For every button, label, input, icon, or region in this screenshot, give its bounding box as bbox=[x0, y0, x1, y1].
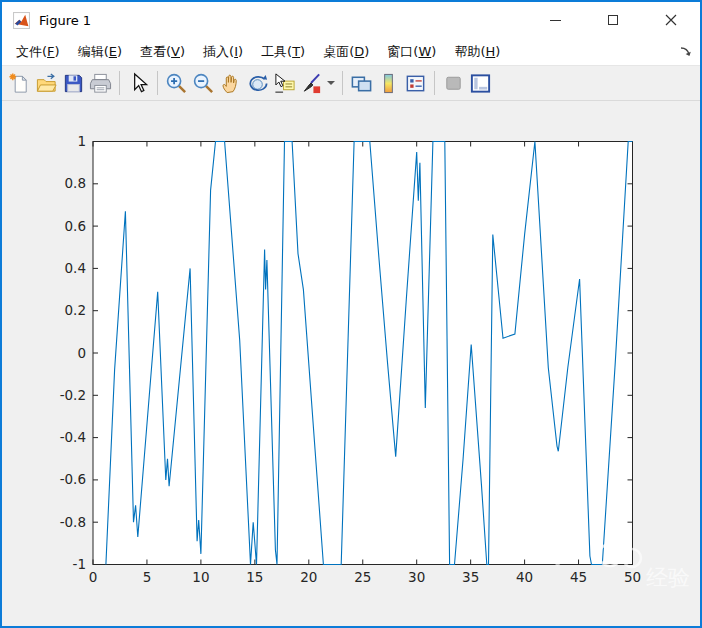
edit-plot-button[interactable] bbox=[125, 70, 152, 97]
new-figure-button[interactable] bbox=[6, 70, 33, 97]
x-tick-label: 25 bbox=[354, 569, 371, 585]
y-tick-label: 1 bbox=[77, 133, 86, 149]
edit-plot-cursor-icon bbox=[127, 72, 150, 95]
zoom-in-button[interactable] bbox=[163, 70, 190, 97]
x-tick-label: 40 bbox=[516, 569, 533, 585]
y-tick-label: -0.8 bbox=[60, 514, 86, 530]
title-bar: Figure 1 bbox=[2, 2, 700, 38]
window-controls bbox=[526, 2, 700, 38]
matlab-logo-icon bbox=[13, 12, 30, 29]
maximize-button[interactable] bbox=[584, 2, 642, 38]
close-icon bbox=[665, 14, 677, 26]
close-button[interactable] bbox=[642, 2, 700, 38]
x-tick-label: 5 bbox=[143, 569, 152, 585]
show-plot-tools-dock-icon bbox=[469, 72, 492, 95]
y-tick-label: 0 bbox=[77, 345, 86, 361]
show-plot-tools-button[interactable] bbox=[467, 70, 494, 97]
dock-arrow-icon[interactable] bbox=[679, 45, 692, 58]
menu-item-view[interactable]: 查看(V) bbox=[131, 39, 194, 65]
insert-legend-button[interactable] bbox=[402, 70, 429, 97]
x-tick-label: 15 bbox=[246, 569, 263, 585]
toolbar-separator bbox=[342, 71, 343, 95]
toolbar-separator bbox=[434, 71, 435, 95]
print-figure-icon bbox=[89, 72, 112, 95]
menu-item-help[interactable]: 帮助(H) bbox=[445, 39, 509, 65]
y-tick-label: -0.6 bbox=[60, 471, 86, 487]
menu-item-window[interactable]: 窗口(W) bbox=[378, 39, 445, 65]
y-tick-label: -1 bbox=[73, 556, 86, 572]
x-tick-label: 45 bbox=[570, 569, 587, 585]
x-tick-label: 35 bbox=[462, 569, 479, 585]
zoom-out-icon bbox=[192, 72, 215, 95]
pan-button[interactable] bbox=[217, 70, 244, 97]
figure-window: Figure 1 文件(F)编辑(E)查看(V)插入(I)工具(T)桌面(D)窗… bbox=[0, 0, 702, 628]
link-plot-button[interactable] bbox=[348, 70, 375, 97]
link-plot-icon bbox=[350, 72, 373, 95]
data-cursor-button[interactable] bbox=[271, 70, 298, 97]
toolbar bbox=[2, 66, 700, 101]
menu-item-tools[interactable]: 工具(T) bbox=[252, 39, 314, 65]
maximize-icon bbox=[608, 15, 618, 25]
hide-plot-tools-button[interactable] bbox=[440, 70, 467, 97]
figure-canvas[interactable]: 05101520253035404550-1-0.8-0.6-0.4-0.200… bbox=[2, 101, 700, 626]
menu-item-file[interactable]: 文件(F) bbox=[7, 39, 69, 65]
zoom-out-button[interactable] bbox=[190, 70, 217, 97]
x-tick-label: 30 bbox=[408, 569, 425, 585]
brush-dropdown-icon[interactable] bbox=[327, 81, 335, 85]
y-tick-label: 0.6 bbox=[65, 218, 86, 234]
insert-colorbar-button[interactable] bbox=[375, 70, 402, 97]
y-tick-label: -0.2 bbox=[60, 387, 86, 403]
x-tick-label: 20 bbox=[300, 569, 317, 585]
pan-hand-icon bbox=[219, 72, 242, 95]
insert-legend-icon bbox=[404, 72, 427, 95]
print-figure-button[interactable] bbox=[87, 70, 114, 97]
open-file-button[interactable] bbox=[33, 70, 60, 97]
hide-plot-tools-icon bbox=[442, 72, 465, 95]
x-tick-label: 50 bbox=[624, 569, 641, 585]
save-figure-button[interactable] bbox=[60, 70, 87, 97]
toolbar-separator bbox=[157, 71, 158, 95]
menu-item-insert[interactable]: 插入(I) bbox=[194, 39, 252, 65]
rotate-3d-icon bbox=[246, 72, 269, 95]
line-plot[interactable]: 05101520253035404550-1-0.8-0.6-0.4-0.200… bbox=[2, 101, 700, 626]
x-tick-label: 0 bbox=[89, 569, 98, 585]
brush-button[interactable] bbox=[298, 70, 325, 97]
data-cursor-icon bbox=[273, 72, 296, 95]
y-tick-label: 0.8 bbox=[65, 175, 86, 191]
minimize-icon bbox=[550, 20, 561, 21]
y-tick-label: 0.4 bbox=[65, 260, 86, 276]
plot-area[interactable] bbox=[93, 142, 633, 565]
menu-item-edit[interactable]: 编辑(E) bbox=[69, 39, 131, 65]
window-title: Figure 1 bbox=[39, 13, 91, 28]
rotate-3d-button[interactable] bbox=[244, 70, 271, 97]
insert-colorbar-icon bbox=[377, 72, 400, 95]
x-tick-label: 10 bbox=[192, 569, 209, 585]
y-tick-label: -0.4 bbox=[60, 429, 86, 445]
menu-item-desktop[interactable]: 桌面(D) bbox=[314, 39, 378, 65]
zoom-in-icon bbox=[165, 72, 188, 95]
open-file-icon bbox=[35, 72, 58, 95]
minimize-button[interactable] bbox=[526, 2, 584, 38]
new-figure-icon bbox=[8, 72, 31, 95]
brush-icon bbox=[300, 72, 323, 95]
y-tick-label: 0.2 bbox=[65, 302, 86, 318]
save-figure-icon bbox=[62, 72, 85, 95]
toolbar-separator bbox=[119, 71, 120, 95]
menu-bar: 文件(F)编辑(E)查看(V)插入(I)工具(T)桌面(D)窗口(W)帮助(H) bbox=[2, 38, 700, 66]
